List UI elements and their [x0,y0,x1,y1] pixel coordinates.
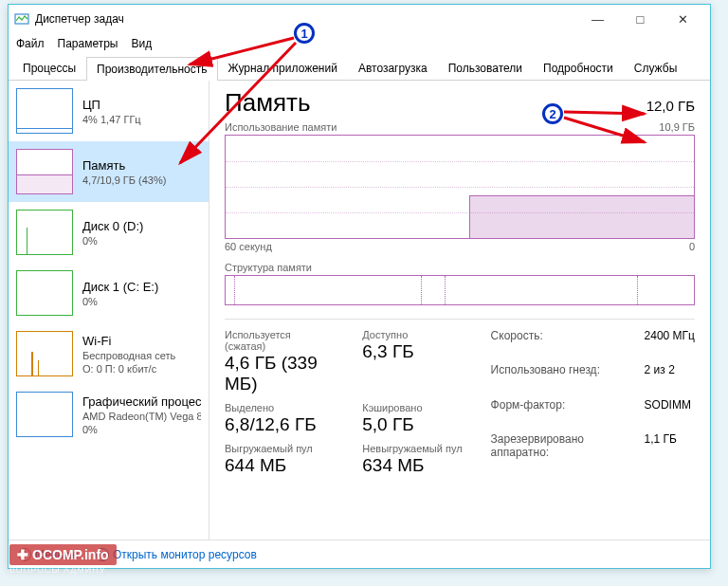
annotation-badge-1: 1 [294,23,315,44]
svg-line-3 [564,112,645,114]
svg-line-2 [180,43,296,163]
svg-line-4 [564,118,645,142]
watermark: ✚ OCOMP.info ВОПРОСЫ АДМИНУ [9,544,117,575]
plus-icon: ✚ [17,547,28,562]
annotation-arrows [0,0,728,586]
annotation-badge-2: 2 [542,103,563,124]
